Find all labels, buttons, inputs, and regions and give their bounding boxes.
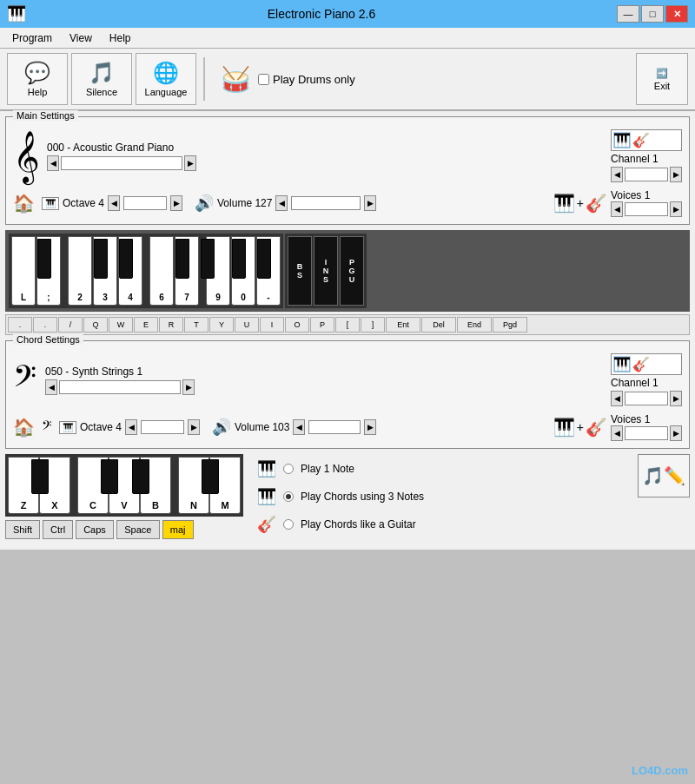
chord-radio-1[interactable] (283, 464, 294, 474)
help-button[interactable]: 💬 Help (7, 53, 68, 105)
space-key[interactable]: Space (116, 520, 160, 539)
label-ent[interactable]: Ent (386, 317, 420, 333)
label-t[interactable]: T (184, 317, 208, 333)
bs-key[interactable]: B S (288, 236, 312, 306)
chord-radio-3[interactable] (283, 519, 294, 530)
main-octave-left[interactable]: ◀ (108, 195, 120, 211)
label-p[interactable]: P (310, 317, 334, 333)
chord-channel-right[interactable]: ▶ (670, 391, 682, 406)
main-voices-track[interactable] (625, 202, 668, 216)
chord-instrument-right[interactable]: ▶ (182, 379, 195, 395)
chord-instrument-slider[interactable]: ◀ ▶ (45, 379, 599, 395)
white-key-6[interactable]: 6 (149, 236, 174, 306)
shift-key[interactable]: Shift (5, 520, 40, 539)
label-q[interactable]: Q (83, 317, 108, 333)
language-button[interactable]: 🌐 Language (136, 53, 196, 105)
label-r[interactable]: R (159, 317, 183, 333)
silence-label: Silence (86, 87, 117, 97)
label-i[interactable]: I (260, 317, 284, 333)
main-instrument-slider[interactable]: ◀ ▶ (47, 155, 599, 171)
chord-volume-right[interactable]: ▶ (364, 419, 376, 435)
label-del[interactable]: Del (421, 317, 456, 333)
chord-piano-keys[interactable]: S Z D X C G V H (5, 454, 243, 517)
play-drums-label[interactable]: Play Drums only (258, 73, 355, 86)
main-voices-left[interactable]: ◀ (611, 201, 623, 217)
menu-help[interactable]: Help (101, 30, 140, 46)
label-o[interactable]: O (285, 317, 309, 333)
main-channel-right[interactable]: ▶ (670, 167, 682, 182)
label-lbracket[interactable]: [ (335, 317, 360, 333)
main-voices-right[interactable]: ▶ (670, 201, 682, 217)
pgu-key[interactable]: P G U (340, 236, 364, 306)
chord-channel-track[interactable] (625, 392, 668, 405)
silence-button[interactable]: 🎵 Silence (71, 53, 132, 105)
chord-radio-2[interactable] (283, 491, 294, 502)
label-y[interactable]: Y (209, 317, 234, 333)
label-w[interactable]: W (109, 317, 133, 333)
ctrl-key[interactable]: Ctrl (43, 520, 73, 539)
label-slash[interactable]: / (58, 317, 83, 333)
play-drums-checkbox[interactable] (258, 74, 269, 85)
chord-voices-right[interactable]: ▶ (670, 425, 682, 441)
menu-view[interactable]: View (61, 30, 101, 46)
piano-icon-1[interactable]: 🎹 (613, 132, 631, 148)
chord-black-3[interactable] (132, 459, 149, 494)
black-key-3[interactable] (119, 239, 133, 279)
chord-guitar-icon[interactable]: 🎸 (632, 356, 650, 372)
guitar-icon-1[interactable]: 🎸 (632, 132, 650, 148)
minimize-button[interactable]: — (617, 5, 639, 23)
caps-key[interactable]: Caps (76, 520, 114, 539)
label-u[interactable]: U (235, 317, 259, 333)
main-instrument-left-arrow[interactable]: ◀ (47, 155, 59, 171)
white-key-L[interactable]: L (11, 236, 36, 306)
black-key-6[interactable] (232, 239, 246, 279)
black-key-4[interactable] (175, 239, 189, 279)
main-piano-keyboard[interactable]: L ; 2 3 4 6 (9, 234, 283, 308)
chord-channel-group: 🎹 🎸 Channel 1 ◀ ▶ (611, 353, 682, 406)
chord-instrument-left[interactable]: ◀ (45, 379, 57, 395)
chord-volume-track[interactable] (308, 420, 361, 434)
exit-button[interactable]: ➡️ Exit (636, 53, 688, 105)
chord-black-1[interactable] (31, 459, 49, 494)
chord-black-4[interactable] (202, 459, 219, 494)
chord-voices-track[interactable] (625, 426, 668, 440)
black-key-5[interactable] (201, 239, 215, 279)
main-channel-track[interactable] (625, 168, 668, 181)
main-instrument-track[interactable] (61, 156, 182, 170)
chord-settings-inner: 𝄢 050 - Synth Strings 1 ◀ ▶ 🎹 🎸 Channel … (13, 353, 682, 441)
chord-piano-icon[interactable]: 🎹 (613, 356, 631, 372)
record-button[interactable]: 🎵✏️ (638, 454, 690, 497)
black-key-1[interactable] (37, 239, 51, 279)
label-pgd[interactable]: Pgd (493, 317, 527, 333)
chord-volume-left[interactable]: ◀ (293, 419, 305, 435)
main-volume-left[interactable]: ◀ (275, 195, 288, 211)
black-key-2[interactable] (94, 239, 108, 279)
main-instrument-right-arrow[interactable]: ▶ (184, 155, 196, 171)
chord-black-2[interactable] (101, 459, 118, 494)
main-volume-right[interactable]: ▶ (364, 195, 376, 211)
white-key-2[interactable]: 2 (68, 236, 92, 306)
label-dot2[interactable]: . (33, 317, 57, 333)
chord-instrument-track[interactable] (59, 380, 181, 394)
main-volume-track[interactable] (291, 196, 361, 210)
main-octave-right[interactable]: ▶ (170, 195, 182, 211)
chord-octave-track[interactable] (141, 420, 184, 434)
ins-key[interactable]: I N S (314, 236, 338, 306)
maj-key[interactable]: maj (162, 520, 194, 539)
main-channel-left[interactable]: ◀ (611, 167, 623, 182)
main-octave-track[interactable] (123, 196, 167, 210)
chord-octave-right[interactable]: ▶ (188, 419, 200, 435)
chord-voices-left[interactable]: ◀ (611, 425, 623, 441)
black-key-7[interactable] (257, 239, 271, 279)
maximize-button[interactable]: □ (641, 5, 664, 23)
label-e[interactable]: E (134, 317, 158, 333)
label-rbracket[interactable]: ] (361, 317, 385, 333)
home-icon-main[interactable]: 🏠 (13, 193, 35, 214)
label-end[interactable]: End (457, 317, 492, 333)
chord-octave-left[interactable]: ◀ (125, 419, 137, 435)
label-dot1[interactable]: . (8, 317, 32, 333)
home-icon-chord[interactable]: 🏠 (13, 417, 35, 438)
menu-program[interactable]: Program (3, 30, 61, 46)
close-button[interactable]: ✕ (665, 5, 688, 23)
chord-channel-left[interactable]: ◀ (611, 391, 623, 406)
